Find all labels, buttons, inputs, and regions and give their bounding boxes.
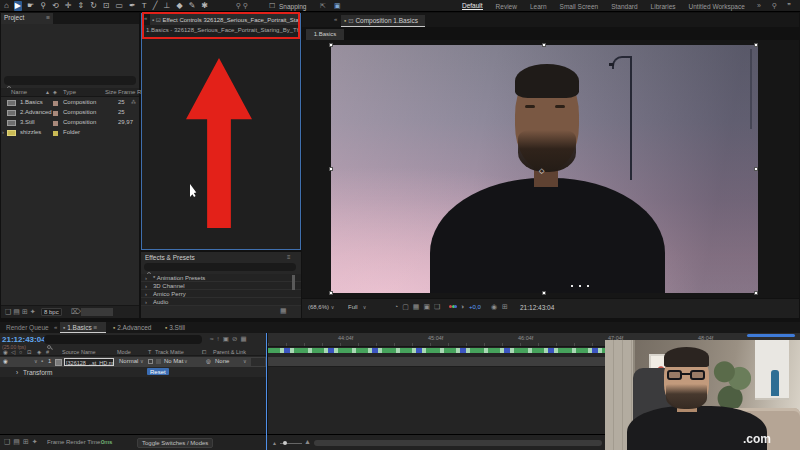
exposure-value[interactable]: +0,0 <box>469 304 481 310</box>
col-parent-link[interactable]: Parent & Link <box>213 349 246 355</box>
preserve-transparency-checkbox[interactable] <box>148 359 153 364</box>
project-footer-icon-3[interactable]: ⊞ <box>22 308 30 315</box>
comp-view-icon-3[interactable]: ▦ <box>413 303 424 310</box>
panel-menu-icon[interactable]: ≡ <box>46 14 50 21</box>
snapshot-icon[interactable]: ◉ <box>491 303 497 311</box>
lock-column-icon[interactable]: ⊡ <box>27 349 32 355</box>
type-tool[interactable]: T <box>141 1 148 11</box>
label-swatch[interactable] <box>53 111 58 116</box>
eraser-tool[interactable]: ◆ <box>176 1 184 11</box>
maximize-frame-icon[interactable]: ⇱ <box>320 2 326 10</box>
workspace-tab-default[interactable]: Default <box>462 2 483 10</box>
handle-top-left[interactable] <box>329 43 333 47</box>
roto-brush-tool[interactable]: ✎ <box>188 1 197 11</box>
workspace-tab-untitled-workspace[interactable]: Untitled Workspace <box>689 3 745 10</box>
statusbar-icons[interactable]: ❑▤⊞✦ <box>4 438 41 446</box>
project-table-header[interactable]: Name ▲ ◈ Type Size Frame Ra.. <box>1 88 139 97</box>
col-source-name[interactable]: Source Name <box>62 349 96 355</box>
expander-icon[interactable]: › <box>145 291 147 297</box>
chat-icon[interactable]: ❞ <box>787 2 791 10</box>
col-track-matte[interactable]: Track Matte <box>155 349 184 355</box>
workspace-tab-learn[interactable]: Learn <box>530 3 547 10</box>
back-icon[interactable]: « <box>54 324 57 330</box>
line-tool[interactable]: ╱ <box>152 1 159 11</box>
timeline-toggle-icon-3[interactable]: ▣ <box>223 335 232 342</box>
pan-behind-tool[interactable]: ⊡ <box>102 1 111 11</box>
layer-label-swatch[interactable]: ▪ <box>41 358 43 364</box>
comp-view-icon-5[interactable]: ❏ <box>434 303 444 310</box>
transform-label[interactable]: Transform <box>23 369 52 376</box>
col-name[interactable]: Name <box>11 89 27 95</box>
transform-row[interactable]: › Transform Reset <box>0 368 267 377</box>
workspace-tab-libraries[interactable]: Libraries <box>651 3 676 10</box>
shape-tool[interactable]: ▭ <box>115 1 125 11</box>
tab-timeline-2advanced[interactable]: ▪ 2.Advanced <box>113 324 151 331</box>
panel-menu-icon[interactable]: ≡ <box>287 254 291 260</box>
label-swatch[interactable] <box>53 121 58 126</box>
expander-icon[interactable]: › <box>145 299 147 305</box>
timeline-toggle-icon-1[interactable]: ≈ <box>210 335 217 342</box>
solo-column-icon[interactable]: ○ <box>19 349 22 355</box>
clone-stamp-tool[interactable]: ⊥ <box>163 1 172 11</box>
project-footer-icons[interactable]: ❑▤⊞✦ <box>5 308 38 316</box>
comp-view-icon-2[interactable]: ▢ <box>402 303 413 310</box>
track-matte-dropdown[interactable]: No Mat <box>164 358 183 364</box>
timeline-zoom-slider-knob[interactable] <box>283 441 287 445</box>
handle-bottom-left[interactable] <box>329 291 333 295</box>
zoom-level-dropdown[interactable]: (68,6%) ∨ <box>308 304 334 310</box>
effects-category-audio[interactable]: ›Audio <box>141 298 301 306</box>
bit-depth-button[interactable]: 8 bpc <box>41 308 62 316</box>
zoom-in-mountain-icon[interactable]: ▲ <box>304 438 311 445</box>
handle-bottom-center[interactable] <box>542 291 546 295</box>
label-swatch[interactable] <box>53 131 58 136</box>
effects-search-input[interactable] <box>144 263 296 271</box>
snapping-checkbox[interactable]: ☐ <box>269 2 275 10</box>
effects-category--animation-presets[interactable]: ›* Animation Presets <box>141 274 301 282</box>
workspace-overflow[interactable]: » <box>757 2 761 9</box>
handle-bottom-right[interactable] <box>754 291 758 295</box>
viewer-tab[interactable]: 1.Basics <box>306 29 344 40</box>
folder-expander-icon[interactable]: › <box>2 129 4 135</box>
handle-top-center[interactable] <box>542 43 546 47</box>
project-search-input[interactable] <box>4 76 136 85</box>
comp-view-icons[interactable]: ◔▢▦▣❏ <box>394 303 444 311</box>
statusbar-icon-1[interactable]: ❑ <box>4 438 13 445</box>
project-row-3.Still[interactable]: 3.StillComposition29,97 <box>1 118 139 128</box>
workspace-tab-small-screen[interactable]: Small Screen <box>560 3 599 10</box>
statusbar-icon-3[interactable]: ⊞ <box>23 438 32 445</box>
invite-user-icon[interactable]: ⚲ <box>243 2 248 9</box>
statusbar-icon-4[interactable]: ✦ <box>32 438 41 445</box>
comp-view-icon-1[interactable]: ◔ <box>394 303 402 310</box>
tab-project[interactable]: Project ≡ <box>1 13 53 24</box>
lock-icon[interactable]: ⊡ <box>348 17 353 24</box>
show-snapshot-icon[interactable]: ⊞ <box>502 303 508 311</box>
expander-icon[interactable]: › <box>16 369 18 376</box>
new-folder-icon[interactable]: ▦ <box>280 307 287 315</box>
timeline-navigator-bar[interactable] <box>747 334 795 337</box>
project-row-shizzles[interactable]: ›shizzlesFolder <box>1 128 139 138</box>
zoom-out-mountain-icon[interactable]: ▲ <box>272 440 277 446</box>
effects-category-3d-channel[interactable]: ›3D Channel <box>141 282 301 290</box>
tab-timeline-1basics[interactable]: ▪ 1.Basics ≡ <box>60 322 106 333</box>
timeline-search-input[interactable] <box>44 335 202 344</box>
handle-top-right[interactable] <box>754 43 758 47</box>
footage-image[interactable]: ◇ <box>331 45 758 293</box>
current-time-display[interactable]: 21:12:43:04 <box>2 335 46 344</box>
selection-tool[interactable]: ▶ <box>14 1 22 11</box>
search-user-icon[interactable]: ⚲ <box>772 2 777 10</box>
orbit-camera-tool[interactable]: ⟲ <box>51 1 60 11</box>
trash-icon[interactable]: ⌦ <box>71 308 81 316</box>
effects-category-amico-perry[interactable]: ›Amico Perry <box>141 290 301 298</box>
layer-expander[interactable]: ∨ <box>34 358 38 364</box>
workspace-tab-review[interactable]: Review <box>496 3 517 10</box>
back-icon[interactable]: « <box>334 16 337 22</box>
share-user-icon[interactable]: ⚲ <box>236 2 241 9</box>
puppet-pin-tool[interactable]: ✱ <box>200 1 209 11</box>
tab-render-queue[interactable]: Render Queue <box>6 324 49 331</box>
handle-mid-right[interactable] <box>754 167 758 171</box>
effects-scrollbar[interactable] <box>292 275 295 290</box>
toggle-switches-button[interactable]: Toggle Switches / Modes <box>137 438 213 448</box>
expander-icon[interactable]: › <box>145 283 147 289</box>
grid-options-icon[interactable]: ▣ <box>334 2 341 10</box>
eye-column-icon[interactable]: ◉ <box>3 349 8 355</box>
